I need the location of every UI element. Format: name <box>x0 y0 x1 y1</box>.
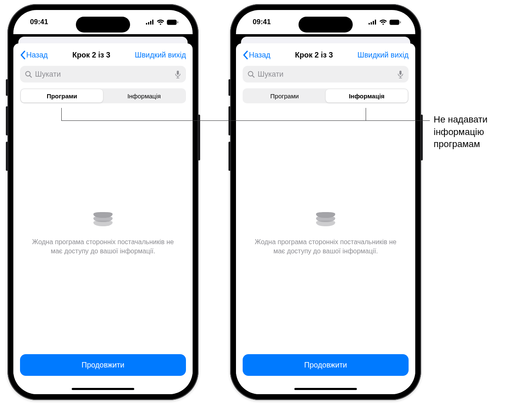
quick-exit-button[interactable]: Швидкий вихід <box>135 51 186 60</box>
svg-point-17 <box>248 71 253 76</box>
home-indicator[interactable] <box>72 388 134 390</box>
chevron-left-icon <box>243 50 248 60</box>
empty-message: Жодна програма сторонніх постачальників … <box>28 238 178 255</box>
tab-apps[interactable]: Програми <box>21 89 103 102</box>
search-input[interactable]: Шукати <box>20 66 186 82</box>
svg-point-7 <box>25 71 30 76</box>
svg-rect-10 <box>369 23 370 25</box>
search-placeholder: Шукати <box>33 70 173 79</box>
documentation-figure: 09:41 Назад Крок 2 із 3 Швидкий вихід <box>0 0 527 420</box>
status-time: 09:41 <box>30 18 48 26</box>
dynamic-island <box>299 17 353 32</box>
nav-bar: Назад Крок 2 із 3 Швидкий вихід <box>20 45 186 65</box>
dynamic-island <box>76 17 130 32</box>
svg-line-18 <box>252 75 254 77</box>
dictate-icon[interactable] <box>173 70 182 78</box>
power-button <box>421 115 423 160</box>
search-icon <box>24 71 33 78</box>
svg-rect-15 <box>390 20 399 24</box>
volume-switch <box>228 79 231 96</box>
volume-down-button <box>6 142 8 171</box>
tab-apps[interactable]: Програми <box>243 89 326 102</box>
power-button <box>198 115 200 160</box>
page-title: Крок 2 із 3 <box>72 51 110 60</box>
tab-info-label: Інформація <box>127 92 161 100</box>
continue-label: Продовжити <box>82 361 125 370</box>
cellular-icon <box>369 20 377 25</box>
quick-exit-button[interactable]: Швидкий вихід <box>357 51 409 60</box>
svg-rect-13 <box>375 20 376 25</box>
phone-screen: 09:41 Назад Крок 2 із 3 Швидкий вихід <box>13 10 193 394</box>
stack-icon <box>313 208 339 231</box>
back-label: Назад <box>26 51 48 60</box>
nav-bar: Назад Крок 2 із 3 Швидкий вихід <box>243 45 409 65</box>
battery-icon <box>167 20 178 25</box>
svg-rect-3 <box>152 20 153 25</box>
segmented-control: Програми Інформація <box>20 88 186 103</box>
phone-mockup-right: 09:41 Назад Крок 2 із 3 Швидкий вихід <box>230 4 421 400</box>
svg-rect-11 <box>371 22 372 25</box>
svg-rect-2 <box>150 21 151 25</box>
phone-mockup-left: 09:41 Назад Крок 2 із 3 Швидкий вихід <box>8 4 198 400</box>
tab-apps-label: Програми <box>270 92 299 100</box>
volume-up-button <box>6 106 8 135</box>
back-label: Назад <box>249 51 271 60</box>
volume-down-button <box>228 142 231 171</box>
cellular-icon <box>146 20 154 25</box>
volume-up-button <box>228 106 231 135</box>
tab-info[interactable]: Інформація <box>326 89 408 102</box>
battery-icon <box>389 20 401 25</box>
modal-sheet: Назад Крок 2 із 3 Швидкий вихід Шукати П… <box>13 43 193 394</box>
svg-rect-5 <box>168 20 176 24</box>
page-title: Крок 2 із 3 <box>295 51 333 60</box>
chevron-left-icon <box>20 50 25 60</box>
wifi-icon <box>379 20 387 25</box>
callout-leader <box>61 108 62 120</box>
empty-state: Жодна програма сторонніх постачальників … <box>243 103 409 394</box>
callout-label: Не надавати інформацію програмам <box>434 113 521 150</box>
search-icon <box>247 71 255 78</box>
callout-leader <box>61 120 430 121</box>
empty-message: Жодна програма сторонніх постачальників … <box>251 238 400 255</box>
continue-label: Продовжити <box>304 361 347 370</box>
back-button[interactable]: Назад <box>243 50 271 60</box>
dictate-icon[interactable] <box>396 70 404 78</box>
home-indicator[interactable] <box>294 388 357 390</box>
status-icons <box>146 20 178 25</box>
stack-icon <box>90 208 116 231</box>
callout-leader <box>366 108 366 120</box>
modal-sheet: Назад Крок 2 із 3 Швидкий вихід Шукати П… <box>236 43 415 394</box>
svg-rect-19 <box>399 70 402 75</box>
search-input[interactable]: Шукати <box>243 66 409 82</box>
search-placeholder: Шукати <box>255 70 396 79</box>
svg-rect-12 <box>373 21 374 25</box>
continue-button[interactable]: Продовжити <box>243 354 409 376</box>
status-time: 09:41 <box>253 18 271 26</box>
wifi-icon <box>157 20 164 25</box>
svg-rect-1 <box>148 22 149 25</box>
svg-rect-16 <box>400 21 401 23</box>
status-icons <box>369 20 401 25</box>
svg-rect-6 <box>177 21 178 23</box>
continue-button[interactable]: Продовжити <box>20 354 186 376</box>
tab-info[interactable]: Інформація <box>103 89 185 102</box>
empty-state: Жодна програма сторонніх постачальників … <box>20 103 186 394</box>
svg-rect-0 <box>146 23 147 25</box>
phone-screen: 09:41 Назад Крок 2 із 3 Швидкий вихід <box>236 10 415 394</box>
volume-switch <box>6 79 8 96</box>
back-button[interactable]: Назад <box>20 50 48 60</box>
tab-info-label: Інформація <box>349 92 385 100</box>
svg-line-8 <box>30 75 31 77</box>
svg-rect-9 <box>177 70 179 75</box>
segmented-control: Програми Інформація <box>243 88 409 103</box>
tab-apps-label: Програми <box>47 92 77 100</box>
